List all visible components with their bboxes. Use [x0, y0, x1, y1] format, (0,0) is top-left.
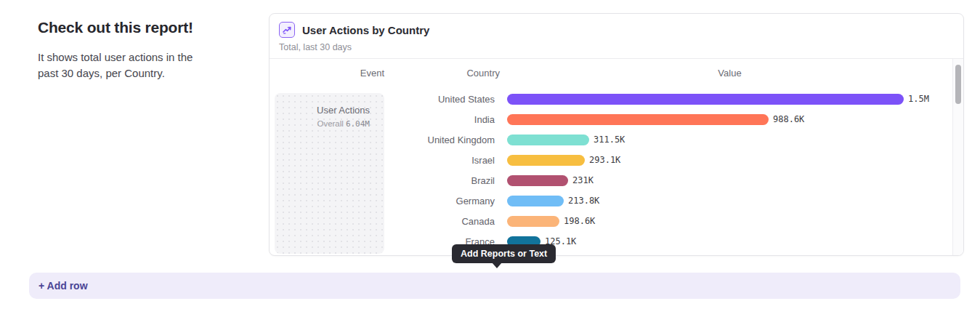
- bar-chart-rows: United States1.5MIndia988.6KUnited Kingd…: [384, 89, 952, 252]
- value-bar[interactable]: [507, 114, 769, 125]
- bar-zone: 1.5M: [507, 94, 952, 105]
- country-label: Brazil: [384, 175, 507, 186]
- line-chart-icon: [279, 22, 295, 38]
- chart-row: Canada198.6K: [384, 211, 952, 231]
- event-name: User Actions: [280, 105, 370, 116]
- country-label: India: [384, 114, 507, 125]
- bar-zone: 311.5K: [507, 135, 952, 145]
- bar-zone: 988.6K: [507, 114, 952, 125]
- page-description: It shows total user actions in the past …: [38, 49, 212, 81]
- event-overall-label: Overall: [317, 119, 343, 128]
- country-label: United Kingdom: [384, 135, 507, 145]
- value-bar[interactable]: [507, 135, 589, 145]
- event-cell[interactable]: User Actions Overall6.04M: [275, 93, 384, 254]
- country-label: Canada: [384, 216, 507, 227]
- column-headers: Event Country Value: [270, 59, 963, 87]
- event-overall: Overall6.04M: [280, 119, 370, 129]
- country-label: United States: [384, 94, 507, 105]
- country-label: Israel: [384, 155, 507, 166]
- event-overall-value: 6.04M: [346, 119, 370, 129]
- bar-zone: 198.6K: [507, 216, 952, 227]
- value-label: 988.6K: [773, 114, 804, 124]
- page-title: Check out this report!: [38, 19, 227, 36]
- report-title: User Actions by Country: [302, 24, 429, 36]
- tooltip-label: Add Reports or Text: [461, 249, 547, 259]
- report-card-header: User Actions by Country Total, last 30 d…: [270, 14, 963, 59]
- column-header-value: Value: [507, 68, 952, 79]
- column-header-event: Event: [270, 68, 384, 79]
- chart-row: United States1.5M: [384, 89, 952, 109]
- chart-row: Israel293.1K: [384, 150, 952, 170]
- value-label: 198.6K: [564, 216, 595, 226]
- report-card[interactable]: User Actions by Country Total, last 30 d…: [269, 13, 964, 256]
- value-label: 1.5M: [908, 94, 929, 104]
- chart-row: United Kingdom311.5K: [384, 129, 952, 150]
- text-widget: Check out this report! It shows total us…: [38, 19, 227, 81]
- chart-row: Brazil231K: [384, 170, 952, 190]
- bar-zone: 293.1K: [507, 155, 952, 166]
- tooltip-arrow-icon: [492, 262, 502, 268]
- value-bar[interactable]: [507, 216, 559, 227]
- chart-scrollbar-thumb[interactable]: [955, 65, 961, 104]
- add-reports-tooltip: Add Reports or Text: [452, 244, 556, 263]
- report-chart-area: Event Country Value User Actions Overall…: [270, 59, 963, 255]
- value-label: 311.5K: [594, 135, 625, 145]
- chart-scrollbar[interactable]: [952, 59, 963, 255]
- column-header-country: Country: [384, 68, 507, 79]
- value-label: 231K: [572, 175, 594, 185]
- chart-row: Germany213.8K: [384, 190, 952, 211]
- report-subtitle: Total, last 30 days: [279, 42, 954, 52]
- value-bar[interactable]: [507, 175, 568, 186]
- add-row-button[interactable]: + Add row: [29, 273, 960, 299]
- bar-zone: 125.1K: [507, 236, 952, 247]
- country-label: Germany: [384, 196, 507, 206]
- value-label: 213.8K: [568, 196, 599, 206]
- value-bar[interactable]: [507, 94, 904, 105]
- bar-zone: 231K: [507, 175, 952, 186]
- value-bar[interactable]: [507, 155, 585, 166]
- add-row-label: + Add row: [39, 280, 88, 292]
- bar-zone: 213.8K: [507, 196, 952, 206]
- chart-row: India988.6K: [384, 109, 952, 129]
- value-label: 293.1K: [589, 155, 620, 165]
- value-bar[interactable]: [507, 196, 564, 206]
